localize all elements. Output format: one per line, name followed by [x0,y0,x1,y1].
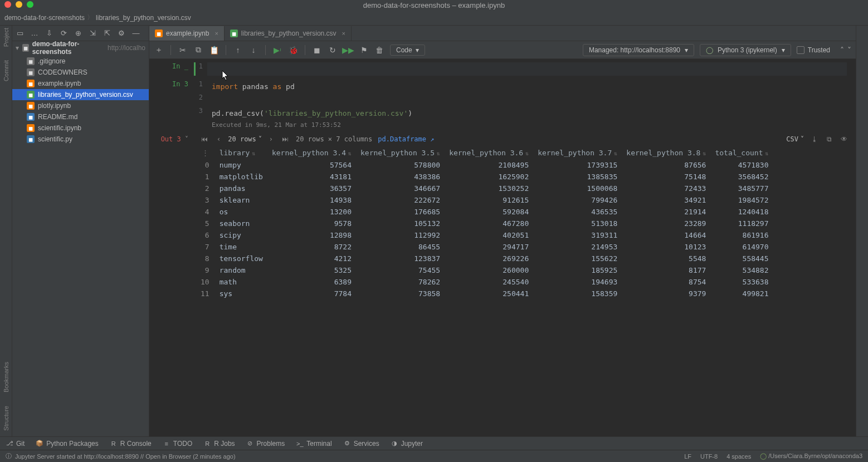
rail-bookmarks[interactable]: Bookmarks [3,362,9,392]
toolwindow-item[interactable]: RR Console [110,440,152,448]
status-interpreter[interactable]: /Users/Ciara.Byrne/opt/anaconda3 [768,453,862,459]
expand-down-icon[interactable]: ˅ [847,46,851,55]
rail-commit[interactable]: Commit [3,60,9,81]
table-row[interactable]: 3sklearn14938222672912615799426349211984… [196,194,773,206]
download-icon[interactable]: ⭳ [810,135,820,143]
code-input[interactable] [207,62,847,76]
download-icon[interactable]: ⇩ [45,29,53,38]
toolwindow-item[interactable]: ⎇Git [6,440,25,448]
copy-icon[interactable]: ⧉ [193,45,203,55]
toolwindow-item[interactable]: >_Terminal [296,440,331,448]
code-line[interactable]: import pandas as pd [207,80,847,94]
chevron-down-icon[interactable]: ˅ [185,135,188,143]
add-cell-icon[interactable]: ＋ [154,45,164,55]
table-row[interactable]: 0numpy5756457880021084951739315876564571… [196,159,773,171]
breadcrumb-file[interactable]: libraries_by_python_version.csv [96,14,191,22]
delete-cell-icon[interactable]: 🗑 [374,45,384,55]
expand-all-icon[interactable]: ⇲ [88,29,97,38]
open-in-new-icon[interactable]: ⧉ [825,135,833,143]
next-page-icon[interactable]: › [267,135,275,143]
table-row[interactable]: 7time87228645529471721495310123614970 [196,241,773,253]
cell-code[interactable]: In 31import pandas as pd2 3pd.read_csv('… [149,80,856,129]
target-icon[interactable]: ⊕ [74,29,82,38]
code-line[interactable] [207,94,847,107]
debug-cell-icon[interactable]: 🐞 [288,45,298,55]
editor-tab[interactable]: ◼example.ipynb× [149,26,225,41]
restart-icon[interactable]: ↻ [328,45,338,55]
tree-item[interactable]: ◼plotly.ipynb [12,100,149,111]
tree-item[interactable]: ◼.gitignore [12,56,149,67]
select-opened-file-icon[interactable]: … [30,29,39,38]
clear-outputs-icon[interactable]: ⚑ [359,45,369,55]
column-header[interactable]: kernel_python 3.5⇅ [356,146,445,159]
run-all-icon[interactable]: ▶▶ [343,45,353,55]
tree-item[interactable]: ◼libraries_by_python_version.csv [12,89,149,100]
maximize-window-button[interactable] [27,1,33,8]
close-window-button[interactable] [4,1,11,8]
expand-up-icon[interactable]: ˄ [840,46,844,55]
project-root[interactable]: ▾ ◼ demo-data-for-screenshots http://loc… [12,41,149,55]
table-row[interactable]: 5seaborn95781051324672805130182328911182… [196,218,773,229]
status-lf[interactable]: LF [684,453,691,460]
breadcrumb-project[interactable]: demo-data-for-screenshots [4,14,85,22]
minimize-window-button[interactable] [16,1,22,8]
first-page-icon[interactable]: ⏮ [199,135,209,143]
status-message[interactable]: Jupyter Server started at http://localho… [15,453,236,460]
table-row[interactable]: 2pandas363573466671530252150006872433348… [196,183,773,194]
refresh-icon[interactable]: ⟳ [59,29,68,38]
table-row[interactable]: 9random5325754552600001859258177534882 [196,264,773,276]
column-header[interactable]: library⇅ [215,146,267,159]
column-header[interactable]: kernel_python 3.6⇅ [445,146,533,159]
rail-structure[interactable]: Structure [3,406,9,431]
interrupt-icon[interactable]: ◼ [312,45,322,55]
last-page-icon[interactable]: ⏭ [280,135,290,143]
tree-item[interactable]: ◼README.md [12,111,149,122]
run-cell-icon[interactable]: ▶I [272,45,282,55]
cell-empty[interactable]: In _ 1 [149,62,856,76]
column-header[interactable]: total_count⇅ [710,146,773,159]
toolwindow-item[interactable]: 📦Python Packages [36,440,98,448]
rail-project[interactable]: Project [3,28,9,47]
status-encoding[interactable]: UTF-8 [700,453,718,460]
table-row[interactable]: 1matplotlib43181438386162590213858357514… [196,171,773,183]
toolwindow-item[interactable]: ≡TODO [163,440,192,448]
hide-icon[interactable]: — [131,29,140,38]
table-row[interactable]: 8tensorflow42121238372692261556225548558… [196,253,773,264]
close-tab-icon[interactable]: × [214,30,218,37]
server-dropdown[interactable]: Managed: http://localhost:8890 ▾ [583,44,694,56]
toolwindow-item[interactable]: ◑Jupyter [391,440,423,448]
tree-item[interactable]: ◼CODEOWNERS [12,67,149,78]
table-row[interactable]: 4os13200176685592084436535219141240418 [196,206,773,218]
tree-item[interactable]: ◼example.ipynb [12,78,149,89]
column-header[interactable]: kernel_python 3.8⇅ [622,146,710,159]
status-indent[interactable]: 4 spaces [726,453,751,460]
table-row[interactable]: 10math6389782622455401946938754533638 [196,276,773,288]
tree-item[interactable]: ◼scientific.py [12,134,149,145]
code-line[interactable]: pd.read_csv('libraries_by_python_version… [207,107,847,120]
move-down-icon[interactable]: ↓ [248,45,259,55]
view-icon[interactable]: 👁 [839,135,849,143]
kernel-dropdown[interactable]: ◯ Python 3 (ipykernel) ▾ [700,44,791,56]
dataframe-type-link[interactable]: pd.Dataframe ↗ [378,135,434,143]
trusted-toggle[interactable]: Trusted [797,46,830,54]
paste-icon[interactable]: 📋 [209,45,219,55]
cut-icon[interactable]: ✂ [178,45,188,55]
collapse-all-icon[interactable]: ⇱ [103,29,111,38]
column-header[interactable]: kernel_python 3.4⇅ [267,146,356,159]
table-row[interactable]: 11sys7784738582504411583599379499821 [196,288,773,299]
toolwindow-item[interactable]: RR Jobs [203,440,235,448]
table-row[interactable]: 6scipy1289811299240205131931114664861916 [196,229,773,241]
editor-tab[interactable]: ◼libraries_by_python_version.csv× [225,26,352,41]
move-up-icon[interactable]: ↑ [233,45,243,55]
cell-type-dropdown[interactable]: Code ▾ [390,45,425,56]
tree-item[interactable]: ◼scientific.ipynb [12,122,149,134]
close-tab-icon[interactable]: × [342,30,345,37]
toolwindow-item[interactable]: ⊘Problems [246,440,285,448]
index-header[interactable]: ⋮ [196,146,215,159]
settings-gear-icon[interactable]: ⚙ [117,29,126,38]
column-header[interactable]: kernel_python 3.7⇅ [533,146,622,159]
rows-selector[interactable]: 20 rows ˅ [228,135,262,143]
folder-icon[interactable]: ▭ [16,29,25,38]
prev-page-icon[interactable]: ‹ [215,135,222,143]
toolwindow-item[interactable]: ⚙Services [343,440,379,448]
